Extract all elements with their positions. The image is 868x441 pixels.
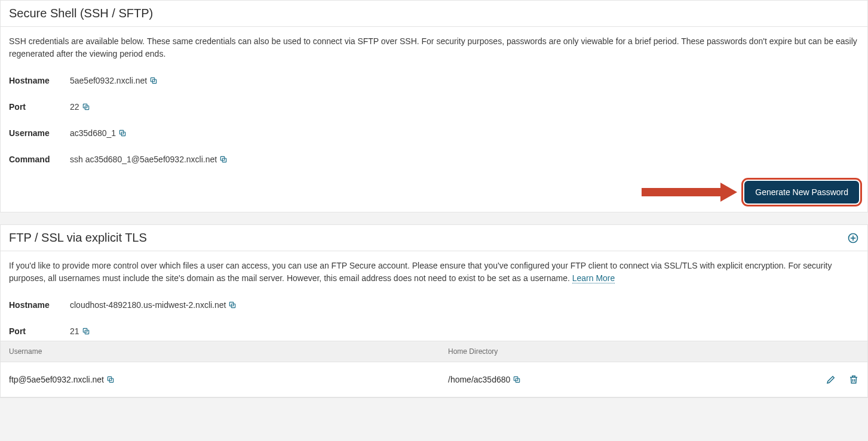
ftp-port-value: 21 (70, 326, 79, 336)
copy-icon[interactable] (149, 76, 158, 85)
ssh-panel-body: SSH credentials are available below. The… (1, 27, 867, 212)
ftp-description: If you'd like to provide more control ov… (9, 260, 859, 285)
ftp-panel-header: FTP / SSL via explicit TLS (1, 225, 867, 251)
ssh-panel-header: Secure Shell (SSH / SFTP) (1, 1, 867, 27)
ftp-port-row: Port 21 (9, 326, 859, 336)
copy-icon[interactable] (106, 375, 115, 384)
annotation-arrow-icon (642, 184, 737, 200)
ftp-account-username: ftp@5ae5ef0932.nxcli.net (9, 375, 104, 384)
ssh-hostname-value: 5ae5ef0932.nxcli.net (70, 76, 147, 85)
ssh-port-label: Port (9, 102, 70, 112)
column-username: Username (9, 347, 448, 356)
ssh-description: SSH credentials are available below. The… (9, 35, 859, 60)
ssh-hostname-label: Hostname (9, 76, 70, 85)
copy-icon[interactable] (118, 129, 127, 137)
add-account-icon[interactable] (847, 232, 859, 244)
ssh-command-label: Command (9, 155, 70, 164)
ftp-panel: FTP / SSL via explicit TLS If you'd like… (0, 224, 868, 398)
ftp-hostname-row: Hostname cloudhost-4892180.us-midwest-2.… (9, 300, 859, 310)
copy-icon[interactable] (82, 327, 90, 335)
learn-more-link[interactable]: Learn More (572, 273, 615, 283)
copy-icon[interactable] (228, 301, 237, 309)
ftp-account-row: ftp@5ae5ef0932.nxcli.net /home/ac35d680 (1, 362, 867, 397)
ssh-username-value: ac35d680_1 (70, 128, 116, 138)
ssh-panel: Secure Shell (SSH / SFTP) SSH credential… (0, 0, 868, 212)
ssh-port-row: Port 22 (9, 102, 859, 112)
ssh-hostname-row: Hostname 5ae5ef0932.nxcli.net (9, 76, 859, 85)
ssh-port-value: 22 (70, 102, 79, 112)
generate-password-button[interactable]: Generate New Password (744, 181, 859, 203)
ftp-account-home: /home/ac35d680 (448, 375, 510, 384)
ftp-port-label: Port (9, 326, 70, 336)
delete-icon[interactable] (848, 374, 859, 385)
ftp-hostname-value: cloudhost-4892180.us-midwest-2.nxcli.net (70, 300, 226, 310)
ssh-button-row: Generate New Password (9, 181, 859, 203)
edit-icon[interactable] (826, 374, 836, 385)
copy-icon[interactable] (219, 155, 228, 164)
column-home-directory: Home Directory (448, 347, 811, 356)
ssh-username-row: Username ac35d680_1 (9, 128, 859, 138)
ssh-command-value: ssh ac35d680_1@5ae5ef0932.nxcli.net (70, 155, 217, 164)
ftp-description-text: If you'd like to provide more control ov… (9, 261, 832, 283)
copy-icon[interactable] (82, 103, 90, 111)
ssh-title: Secure Shell (SSH / SFTP) (9, 7, 153, 20)
ftp-panel-body: If you'd like to provide more control ov… (1, 251, 867, 336)
ftp-hostname-label: Hostname (9, 300, 70, 310)
ftp-title: FTP / SSL via explicit TLS (9, 231, 147, 245)
ftp-accounts-header: Username Home Directory (1, 341, 867, 362)
ssh-username-label: Username (9, 128, 70, 138)
ssh-command-row: Command ssh ac35d680_1@5ae5ef0932.nxcli.… (9, 155, 859, 164)
copy-icon[interactable] (513, 375, 521, 384)
